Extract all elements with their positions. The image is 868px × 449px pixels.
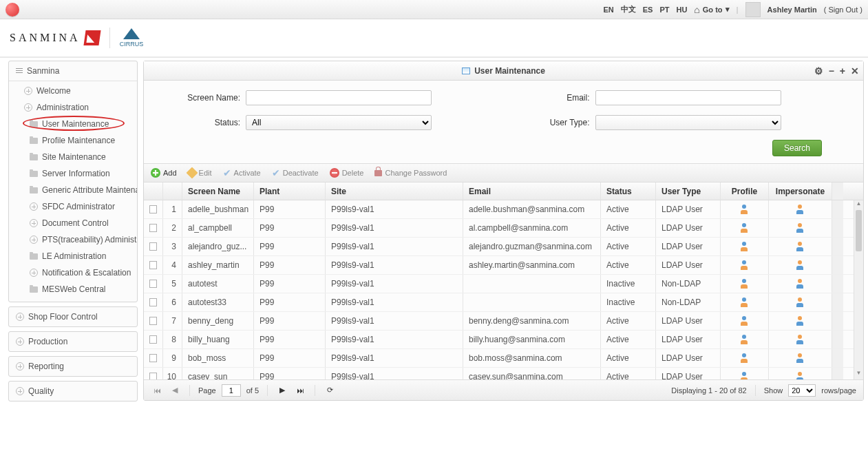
pager-next-button[interactable]: ▶ bbox=[276, 384, 288, 397]
sign-out-link[interactable]: ( Sign Out ) bbox=[824, 6, 862, 14]
scroll-down-icon[interactable]: ▼ bbox=[854, 370, 863, 379]
deactivate-button[interactable]: ✔Deactivate bbox=[272, 168, 319, 178]
row-checkbox[interactable] bbox=[149, 317, 157, 325]
scroll-thumb[interactable] bbox=[856, 210, 862, 251]
row-checkbox[interactable] bbox=[149, 298, 157, 306]
sidebar-item-profile-maintenance[interactable]: Profile Maintenance bbox=[9, 132, 137, 149]
lang-hu[interactable]: HU bbox=[676, 6, 687, 14]
sidebar-item-generic-attribute-maintena[interactable]: Generic Attribute Maintena bbox=[9, 182, 137, 198]
profile-icon[interactable] bbox=[739, 316, 750, 326]
lang-zh[interactable]: 中文 bbox=[621, 4, 636, 14]
sidebar-item-site-maintenance[interactable]: Site Maintenance bbox=[9, 149, 137, 165]
col-impersonate[interactable]: Impersonate bbox=[769, 182, 832, 200]
impersonate-icon[interactable] bbox=[795, 223, 806, 233]
impersonate-icon[interactable] bbox=[795, 205, 806, 214]
col-screen-name[interactable]: Screen Name bbox=[182, 182, 254, 200]
email-input[interactable] bbox=[595, 90, 781, 105]
col-plant[interactable]: Plant bbox=[254, 182, 326, 200]
sidebar-item-sfdc-administrator[interactable]: SFDC Administrator bbox=[9, 198, 137, 215]
profile-icon[interactable] bbox=[739, 223, 750, 233]
screen-name-input[interactable] bbox=[246, 90, 432, 105]
sidebar-item-document-control[interactable]: Document Control bbox=[9, 215, 137, 231]
search-button[interactable]: Search bbox=[772, 140, 822, 156]
profile-icon[interactable] bbox=[739, 297, 750, 307]
col-user-type[interactable]: User Type bbox=[656, 182, 721, 200]
row-checkbox[interactable] bbox=[149, 242, 157, 251]
tool-maximize-icon[interactable]: + bbox=[840, 65, 845, 76]
impersonate-icon[interactable] bbox=[795, 335, 806, 344]
table-row[interactable]: 3alejandro_guz...P99P99ls9-val1alejandro… bbox=[144, 238, 863, 256]
pager-prev-button[interactable]: ◀ bbox=[169, 384, 181, 397]
scroll-up-icon[interactable]: ▲ bbox=[854, 200, 863, 210]
col-profile[interactable]: Profile bbox=[721, 182, 769, 200]
sidebar-item-quality[interactable]: Quality bbox=[9, 382, 137, 401]
activate-button[interactable]: ✔Activate bbox=[223, 168, 261, 178]
table-row[interactable]: 7benny_dengP99P99ls9-val1benny.deng@sanm… bbox=[144, 312, 863, 331]
delete-button[interactable]: Delete bbox=[330, 168, 364, 178]
row-checkbox[interactable] bbox=[149, 205, 157, 213]
pager-last-button[interactable]: ⏭ bbox=[294, 384, 306, 397]
pager-show-select[interactable]: 20 bbox=[788, 384, 816, 397]
row-checkbox[interactable] bbox=[149, 261, 157, 269]
app-launcher-icon[interactable] bbox=[6, 3, 19, 17]
status-select[interactable]: All bbox=[246, 115, 432, 130]
row-checkbox[interactable] bbox=[149, 335, 157, 344]
lang-pt[interactable]: PT bbox=[659, 6, 669, 14]
grid-scrollbar[interactable]: ▲ ▼ bbox=[854, 200, 863, 379]
tool-minimize-icon[interactable]: − bbox=[829, 65, 834, 76]
impersonate-icon[interactable] bbox=[795, 372, 806, 379]
profile-icon[interactable] bbox=[739, 242, 750, 251]
avatar[interactable] bbox=[745, 2, 761, 17]
col-email[interactable]: Email bbox=[463, 182, 601, 200]
goto-menu[interactable]: ⌂ Go to ▾ bbox=[694, 4, 729, 15]
sidebar-item-user-maintenance[interactable]: User Maintenance bbox=[9, 116, 137, 132]
sidebar-item-notification-escalation[interactable]: Notification & Escalation bbox=[9, 264, 137, 281]
sidebar-item-server-information[interactable]: Server Information bbox=[9, 165, 137, 182]
impersonate-icon[interactable] bbox=[795, 316, 806, 326]
impersonate-icon[interactable] bbox=[795, 297, 806, 307]
impersonate-icon[interactable] bbox=[795, 242, 806, 251]
impersonate-icon[interactable] bbox=[795, 260, 806, 270]
row-checkbox[interactable] bbox=[149, 224, 157, 232]
profile-icon[interactable] bbox=[739, 335, 750, 344]
sidebar-item-pts-traceability-administra[interactable]: PTS(traceability) Administra bbox=[9, 231, 137, 248]
table-row[interactable]: 1adelle_bushmanP99P99ls9-val1adelle.bush… bbox=[144, 200, 863, 219]
pager-refresh-button[interactable]: ⟳ bbox=[324, 384, 336, 397]
sidebar-item-shop-floor-control[interactable]: Shop Floor Control bbox=[9, 307, 137, 326]
table-row[interactable]: 2al_campbellP99P99ls9-val1al.campbell@sa… bbox=[144, 219, 863, 238]
row-checkbox[interactable] bbox=[149, 280, 157, 288]
tool-gear-icon[interactable]: ⚙ bbox=[814, 65, 823, 76]
sidebar-item-administration[interactable]: Administration bbox=[9, 99, 137, 116]
add-button[interactable]: Add bbox=[151, 168, 177, 178]
sidebar-item-reporting[interactable]: Reporting bbox=[9, 357, 137, 376]
profile-icon[interactable] bbox=[739, 279, 750, 289]
pager-first-button[interactable]: ⏮ bbox=[151, 384, 163, 397]
table-row[interactable]: 10casey_sunP99P99ls9-val1casey.sun@sanmi… bbox=[144, 368, 863, 379]
col-status[interactable]: Status bbox=[601, 182, 656, 200]
profile-icon[interactable] bbox=[739, 205, 750, 214]
lang-es[interactable]: ES bbox=[643, 6, 653, 14]
table-row[interactable]: 8billy_huangP99P99ls9-val1billy.huang@sa… bbox=[144, 331, 863, 349]
user-type-select[interactable] bbox=[595, 115, 781, 130]
sidebar-item-mesweb-central[interactable]: MESWeb Central bbox=[9, 281, 137, 297]
profile-icon[interactable] bbox=[739, 260, 750, 270]
edit-button[interactable]: Edit bbox=[188, 169, 212, 177]
change-password-button[interactable]: Change Password bbox=[374, 169, 447, 177]
impersonate-icon[interactable] bbox=[795, 353, 806, 363]
table-row[interactable]: 9bob_mossP99P99ls9-val1bob.moss@sanmina.… bbox=[144, 349, 863, 368]
impersonate-icon[interactable] bbox=[795, 279, 806, 289]
col-site[interactable]: Site bbox=[326, 182, 463, 200]
tool-close-icon[interactable]: ✕ bbox=[851, 65, 859, 76]
profile-icon[interactable] bbox=[739, 372, 750, 379]
sidebar-root[interactable]: Sanmina bbox=[9, 61, 137, 81]
table-row[interactable]: 6autotest33P99P99ls9-val1InactiveNon-LDA… bbox=[144, 293, 863, 312]
lang-en[interactable]: EN bbox=[603, 6, 613, 14]
sidebar-item-le-administration[interactable]: LE Administration bbox=[9, 248, 137, 264]
sidebar-item-welcome[interactable]: Welcome bbox=[9, 83, 137, 99]
profile-icon[interactable] bbox=[739, 353, 750, 363]
row-checkbox[interactable] bbox=[149, 354, 157, 362]
pager-page-input[interactable] bbox=[222, 384, 241, 397]
sidebar-item-production[interactable]: Production bbox=[9, 332, 137, 351]
table-row[interactable]: 4ashley_martinP99P99ls9-val1ashley.marti… bbox=[144, 256, 863, 275]
user-name[interactable]: Ashley Martin bbox=[768, 6, 817, 14]
